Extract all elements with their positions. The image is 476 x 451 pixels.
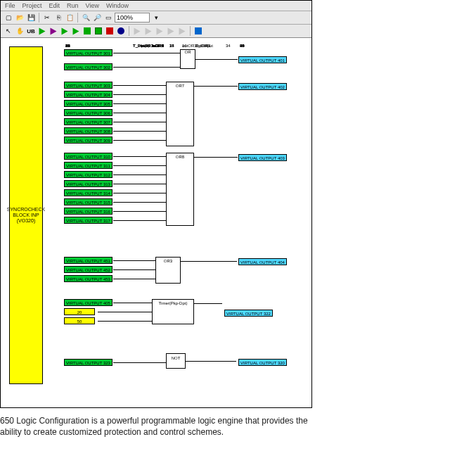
- toolbar-run: ↖ ✋ UB: [1, 25, 311, 38]
- monitor-icon[interactable]: [193, 26, 203, 36]
- record-icon[interactable]: [116, 26, 126, 36]
- step2-icon[interactable]: [71, 26, 81, 36]
- zoom-fit-icon[interactable]: ▭: [103, 13, 113, 23]
- syncrocheck-label: SYNCROCHECK BLOCK INP (VO320): [7, 207, 45, 223]
- id-37: 37: [169, 44, 174, 48]
- vo-311[interactable]: VIRTUAL OUTPUT 311: [64, 162, 112, 169]
- vo-310[interactable]: VIRTUAL OUTPUT 310: [64, 153, 112, 160]
- menubar: File Project Edit Run View Window: [1, 1, 311, 11]
- menu-edit[interactable]: Edit: [49, 2, 60, 9]
- gate-not[interactable]: NOT: [166, 353, 186, 369]
- gate-or7[interactable]: OR7: [166, 82, 194, 146]
- hand-icon[interactable]: ✋: [15, 26, 25, 36]
- vo-301[interactable]: VIRTUAL OUTPUT 301: [64, 49, 112, 56]
- stop-icon[interactable]: [105, 26, 115, 36]
- new-icon[interactable]: ▢: [4, 13, 13, 23]
- zoom-down-icon[interactable]: ▾: [151, 13, 161, 23]
- syncrocheck-block[interactable]: SYNCROCHECK BLOCK INP (VO320): [9, 46, 43, 384]
- vo-307[interactable]: VIRTUAL OUTPUT 307: [64, 118, 112, 125]
- vo-401[interactable]: VIRTUAL OUTPUT 401: [238, 56, 287, 63]
- zoom-select[interactable]: [115, 13, 150, 23]
- gate-timer[interactable]: Timer(Pkp-Dpt): [152, 299, 194, 324]
- step-icon[interactable]: [60, 26, 70, 36]
- id-47: 47: [155, 44, 160, 48]
- pin-tdropt: T_Dropt: [133, 44, 148, 48]
- id-34: 34: [226, 44, 231, 48]
- pin-toutput: T_Output: [195, 44, 213, 48]
- const-50[interactable]: 50: [64, 317, 95, 324]
- step-gray3-icon[interactable]: [155, 26, 165, 36]
- menu-project[interactable]: Project: [22, 2, 42, 9]
- id-36: 36: [65, 44, 70, 48]
- app-window: File Project Edit Run View Window ▢ 📂 💾 …: [0, 0, 312, 408]
- gate-or[interactable]: OR: [180, 49, 195, 69]
- pause-icon[interactable]: [94, 26, 103, 36]
- vo-403[interactable]: VIRTUAL OUTPUT 403: [238, 154, 287, 161]
- vo-404[interactable]: VIRTUAL OUTPUT 404: [238, 258, 287, 265]
- play2-icon[interactable]: [49, 26, 58, 36]
- pin-outor1c: outOR1: [182, 44, 197, 48]
- vo-451[interactable]: VIRTUAL OUTPUT 451: [64, 257, 112, 264]
- cut-icon[interactable]: ✂: [42, 13, 52, 23]
- step-gray5-icon[interactable]: [177, 26, 187, 36]
- toolbar-main: ▢ 📂 💾 ✂ ⎘ 📋 🔍 🔎 ▭ ▾: [1, 11, 311, 25]
- figure-caption: 650 Logic Configuration is a powerful pr…: [0, 408, 312, 438]
- menu-file[interactable]: File: [5, 2, 15, 9]
- vo-313[interactable]: VIRTUAL OUTPUT 313: [64, 180, 112, 187]
- pointer-icon[interactable]: ↖: [4, 26, 13, 36]
- open-icon[interactable]: 📂: [15, 13, 25, 23]
- vo-314[interactable]: VIRTUAL OUTPUT 314: [64, 189, 112, 196]
- paste-icon[interactable]: 📋: [65, 13, 75, 23]
- vo-312[interactable]: VIRTUAL OUTPUT 312: [64, 171, 112, 178]
- vo-305[interactable]: VIRTUAL OUTPUT 305: [64, 100, 112, 107]
- const-20[interactable]: 20: [64, 308, 95, 315]
- vo-316[interactable]: VIRTUAL OUTPUT 316: [64, 208, 112, 215]
- vo-315[interactable]: VIRTUAL OUTPUT 315: [64, 198, 112, 205]
- vo-306[interactable]: VIRTUAL OUTPUT 306: [64, 109, 112, 116]
- vo-402[interactable]: VIRTUAL OUTPUT 402: [238, 83, 287, 90]
- vo-302[interactable]: VIRTUAL OUTPUT 302: [64, 63, 112, 70]
- zoom-out-icon[interactable]: 🔎: [92, 13, 102, 23]
- menu-window[interactable]: Window: [106, 2, 129, 9]
- step-gray1-icon[interactable]: [132, 26, 142, 36]
- vo-453[interactable]: VIRTUAL OUTPUT 453: [64, 275, 112, 282]
- vo-309[interactable]: VIRTUAL OUTPUT 309: [64, 136, 112, 144]
- id-38: 38: [240, 44, 245, 48]
- diagram-canvas[interactable]: SYNCROCHECK BLOCK INP (VO320) 17 VIRTUAL…: [1, 38, 311, 407]
- step-gray2-icon[interactable]: [143, 26, 153, 36]
- vo-452[interactable]: VIRTUAL OUTPUT 452: [64, 266, 112, 273]
- zoom-in-icon[interactable]: 🔍: [81, 13, 91, 23]
- vo-320[interactable]: VIRTUAL OUTPUT 320: [238, 359, 287, 366]
- vo-323[interactable]: VIRTUAL OUTPUT 323: [64, 359, 112, 366]
- copy-icon[interactable]: ⎘: [53, 13, 63, 23]
- menu-run[interactable]: Run: [67, 2, 79, 9]
- run-icon[interactable]: [82, 26, 92, 36]
- vo-405[interactable]: VIRTUAL OUTPUT 405: [64, 299, 112, 306]
- vo-304[interactable]: VIRTUAL OUTPUT 304: [64, 91, 112, 98]
- vo-322[interactable]: VIRTUAL OUTPUT 322: [224, 310, 273, 317]
- vo-308[interactable]: VIRTUAL OUTPUT 308: [64, 127, 112, 134]
- step-gray4-icon[interactable]: [166, 26, 176, 36]
- play-icon[interactable]: [37, 26, 47, 36]
- vo-303[interactable]: VIRTUAL OUTPUT 303: [64, 82, 112, 89]
- vo-317[interactable]: VIRTUAL OUTPUT 317: [64, 217, 112, 224]
- ub-icon[interactable]: UB: [26, 26, 36, 36]
- gate-or8[interactable]: OR8: [166, 153, 194, 226]
- save-icon[interactable]: 💾: [26, 13, 36, 23]
- gate-or3[interactable]: OR3: [155, 257, 181, 284]
- menu-view[interactable]: View: [86, 2, 99, 9]
